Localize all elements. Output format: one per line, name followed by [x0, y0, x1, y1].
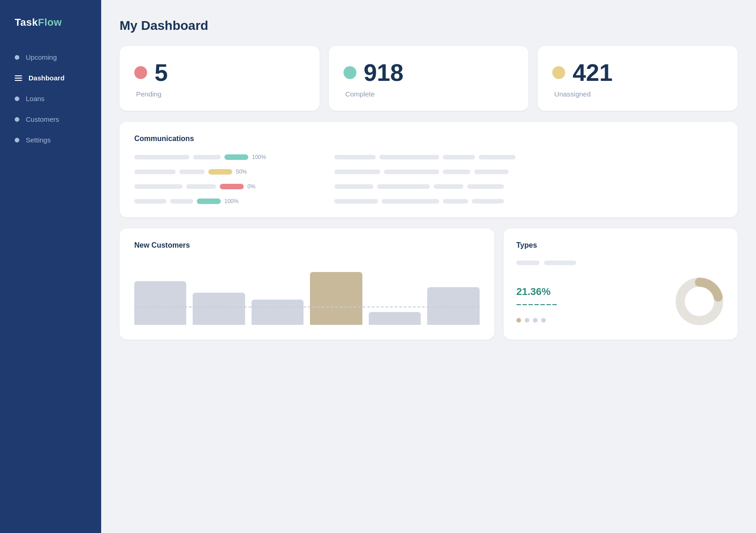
comm-rest: [334, 199, 723, 204]
comm-placeholder: [479, 155, 515, 159]
comm-placeholder: [474, 170, 509, 174]
comm-row: 100%: [134, 198, 723, 204]
comm-placeholder: [334, 199, 378, 204]
settings-icon: [15, 138, 19, 142]
complete-number: 918: [364, 61, 404, 85]
comm-placeholder: [382, 199, 439, 204]
comm-rest: [334, 170, 723, 174]
types-title: Types: [516, 241, 725, 249]
dash: [534, 304, 539, 305]
comm-rest: [334, 184, 723, 189]
comm-placeholder: [134, 184, 183, 189]
donut-content: 21.36%: [516, 276, 725, 327]
bar: [134, 281, 186, 325]
comm-indicator-red: [220, 184, 244, 189]
comm-placeholder: [443, 170, 470, 174]
comm-placeholder: [179, 170, 205, 174]
bar: [369, 312, 421, 325]
bar: [427, 287, 479, 325]
comm-placeholder: [472, 199, 504, 204]
app-logo: TaskFlow: [0, 17, 101, 47]
comm-placeholder: [384, 170, 439, 174]
stat-cards: 5 Pending 918 Complete 421 Unassigned: [120, 46, 738, 111]
bar: [252, 300, 304, 325]
dash: [540, 304, 545, 305]
dash: [516, 304, 521, 305]
unassigned-number: 421: [573, 61, 613, 85]
pending-label: Pending: [134, 90, 161, 98]
stat-top: 5: [134, 61, 168, 85]
comm-bar-group: 50%: [134, 169, 329, 175]
sidebar-nav: Upcoming Dashboard Loans Customers Setti…: [0, 47, 101, 150]
donut-dashes: [516, 304, 557, 305]
dash: [546, 304, 551, 305]
comm-bar-group: 100%: [134, 198, 329, 204]
stat-top: 918: [344, 61, 404, 85]
stat-card-pending: 5 Pending: [120, 46, 320, 111]
comm-placeholder: [170, 199, 193, 204]
sidebar-item-loans[interactable]: Loans: [0, 88, 101, 109]
sidebar-item-customers[interactable]: Customers: [0, 109, 101, 130]
comm-placeholder: [443, 155, 475, 159]
comm-row: 0%: [134, 183, 723, 190]
sidebar-item-upcoming[interactable]: Upcoming: [0, 47, 101, 68]
comm-rest: [334, 155, 723, 159]
donut-chart: [674, 276, 725, 327]
comm-indicator-green: [197, 198, 221, 204]
stat-card-unassigned: 421 Unassigned: [538, 46, 738, 111]
pending-dot: [134, 66, 147, 79]
complete-dot: [344, 66, 356, 79]
comm-pct: 50%: [236, 169, 251, 175]
sidebar-item-settings[interactable]: Settings: [0, 130, 101, 150]
unassigned-label: Unassigned: [552, 90, 590, 98]
donut-dot-active: [516, 318, 521, 323]
complete-label: Complete: [344, 90, 375, 98]
upcoming-icon: [15, 55, 19, 60]
comm-indicator-yellow: [208, 169, 232, 175]
sidebar-item-label: Dashboard: [29, 74, 64, 82]
types-card: Types 21.36%: [504, 228, 738, 340]
comm-placeholder: [467, 184, 504, 189]
donut-dot: [525, 318, 529, 323]
new-customers-title: New Customers: [134, 241, 480, 249]
bar-chart: [134, 261, 480, 325]
comm-placeholder: [334, 184, 373, 189]
sidebar-item-label: Customers: [26, 115, 59, 123]
comm-placeholder: [134, 170, 176, 174]
customers-icon: [15, 117, 19, 122]
pending-number: 5: [155, 61, 168, 85]
communications-title: Communications: [134, 135, 723, 143]
comm-pct: 100%: [252, 154, 267, 160]
new-customers-card: New Customers: [120, 228, 494, 340]
donut-percentage: 21.36%: [516, 286, 557, 298]
comm-placeholder: [134, 199, 166, 204]
comm-placeholder: [443, 199, 468, 204]
comm-placeholder: [379, 155, 439, 159]
comm-row: 100%: [134, 154, 723, 160]
donut-dots: [516, 318, 557, 323]
comm-indicator-green: [224, 154, 248, 160]
sidebar-item-label: Loans: [26, 95, 45, 102]
comm-pct: 100%: [224, 198, 239, 204]
bar: [193, 293, 245, 325]
types-legend: [516, 261, 725, 265]
comm-placeholder: [134, 155, 189, 159]
comm-bar-group: 0%: [134, 183, 329, 190]
stat-top: 421: [552, 61, 613, 85]
comm-placeholder: [186, 184, 216, 189]
dash: [528, 304, 533, 305]
donut-dot: [533, 318, 538, 323]
comm-bar-group: 100%: [134, 154, 329, 160]
comm-placeholder: [434, 184, 464, 189]
donut-left: 21.36%: [516, 280, 557, 323]
sidebar-item-dashboard[interactable]: Dashboard: [0, 68, 101, 88]
comm-row: 50%: [134, 169, 723, 175]
legend-item: [544, 261, 576, 265]
comm-placeholder: [334, 155, 376, 159]
communications-card: Communications 100% 50%: [120, 122, 738, 217]
comm-placeholder: [377, 184, 430, 189]
donut-dot: [541, 318, 546, 323]
dashboard-icon: [15, 75, 22, 81]
dash: [552, 304, 557, 305]
page-title: My Dashboard: [120, 18, 738, 33]
